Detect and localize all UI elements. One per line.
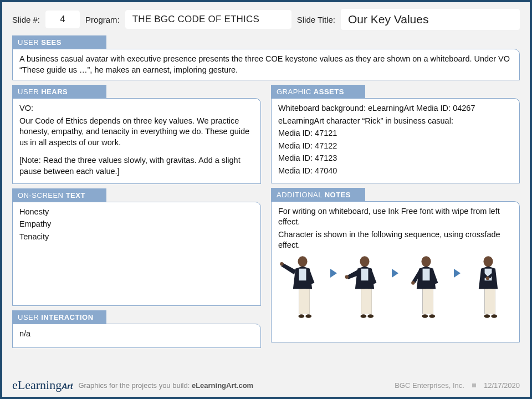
character-pose-4 — [464, 254, 513, 320]
character-pose-2 — [340, 254, 389, 320]
svg-rect-20 — [485, 289, 495, 314]
person-icon — [340, 254, 389, 320]
section-user-hears: USER HEARS VO: Our Code of Ethics depend… — [12, 85, 261, 183]
vo-note: [Note: Read the three values slowly, wit… — [19, 155, 254, 177]
section-graphic-assets: GRAPHIC ASSETS Whiteboard background: eL… — [271, 85, 520, 183]
ga-line-2: Media ID: 47121 — [278, 128, 513, 139]
sequence-arrow-icon — [392, 269, 398, 278]
svg-rect-7 — [361, 268, 368, 280]
svg-point-3 — [280, 262, 283, 265]
user-sees-body: A business casual avatar with executive … — [12, 49, 520, 80]
svg-point-9 — [345, 275, 348, 278]
sequence-arrow-icon — [454, 269, 461, 278]
ui-label-b: INTERACTION — [41, 313, 93, 321]
svg-point-16 — [422, 314, 428, 318]
vo-label: VO: — [19, 103, 254, 114]
character-sequence — [278, 254, 513, 320]
section-onscreen-text: ON-SCREEN TEXT Honesty Empathy Tenacity — [12, 188, 261, 306]
an-label-a: ADDITIONAL — [277, 191, 325, 199]
footer-tagline: Graphics for the projects you build: eLe… — [78, 381, 253, 390]
svg-point-12 — [422, 256, 431, 267]
svg-point-5 — [305, 314, 311, 318]
additional-notes-header: ADDITIONAL NOTES — [271, 188, 365, 202]
svg-point-22 — [484, 314, 490, 318]
user-hears-body: VO: Our Code of Ethics depends on three … — [12, 98, 261, 183]
an-label-b: NOTES — [325, 191, 351, 199]
user-hears-label-a: USER — [18, 88, 41, 96]
svg-point-21 — [486, 276, 489, 279]
ga-line-0: Whiteboard background: eLearningArt Medi… — [278, 103, 513, 114]
sequence-arrow-icon — [330, 269, 337, 278]
user-hears-header: USER HEARS — [12, 85, 106, 99]
footer-company: BGC Enterprises, Inc. — [395, 381, 464, 390]
ost-label-b: TEXT — [66, 191, 85, 200]
ga-label-a: GRAPHIC — [277, 88, 314, 96]
slide-title-label: Slide Title: — [297, 15, 335, 24]
person-icon — [464, 254, 513, 320]
ga-label-b: ASSETS — [314, 88, 344, 96]
logo: eLearningArt — [12, 378, 73, 392]
ga-line-1: eLearningArt character “Rick” in busines… — [278, 116, 513, 127]
slide-num-label: Slide #: — [12, 15, 40, 24]
ost-line-2: Tenacity — [19, 232, 254, 243]
user-hears-label-b: HEARS — [41, 88, 68, 96]
graphic-assets-header: GRAPHIC ASSETS — [271, 85, 365, 99]
user-sees-header: USER SEES — [12, 35, 106, 49]
additional-notes-body: For writing on whiteboard, use Ink Free … — [271, 201, 520, 342]
graphic-assets-body: Whiteboard background: eLearningArt Medi… — [271, 98, 520, 183]
svg-rect-8 — [361, 289, 371, 314]
footer-tag-b: eLearningArt.com — [192, 381, 253, 390]
svg-rect-2 — [299, 289, 310, 314]
onscreen-text-body: Honesty Empathy Tenacity — [12, 202, 261, 306]
user-sees-label-a: USER — [18, 38, 41, 47]
header-row: Slide #: 4 Program: THE BGC CODE OF ETHI… — [12, 9, 520, 30]
ga-line-5: Media ID: 47040 — [278, 166, 513, 177]
footer-separator-icon — [472, 383, 476, 387]
svg-point-23 — [491, 314, 497, 318]
section-additional-notes: ADDITIONAL NOTES For writing on whiteboa… — [271, 188, 520, 348]
ga-line-4: Media ID: 47123 — [278, 153, 513, 164]
col-right: GRAPHIC ASSETS Whiteboard background: eL… — [271, 85, 520, 352]
svg-point-17 — [429, 314, 436, 318]
ui-label-a: USER — [18, 313, 41, 321]
user-sees-label-b: SEES — [41, 38, 62, 47]
slide-title-field[interactable]: Our Key Values — [341, 9, 520, 30]
footer-date: 12/17/2020 — [484, 381, 520, 390]
an-line-1: For writing on whiteboard, use Ink Free … — [278, 206, 513, 228]
section-user-interaction: USER INTERACTION n/a — [12, 310, 261, 348]
svg-point-18 — [483, 256, 493, 267]
footer-right: BGC Enterprises, Inc. 12/17/2020 — [395, 381, 520, 390]
vo-body: Our Code of Ethics depends on three key … — [19, 116, 254, 149]
ost-line-0: Honesty — [19, 207, 254, 218]
footer-tag-a: Graphics for the projects you build: — [78, 381, 192, 390]
section-user-sees: USER SEES A business casual avatar with … — [12, 35, 520, 80]
an-line-2: Character is shown in the following sequ… — [278, 229, 513, 251]
program-label: Program: — [85, 15, 120, 24]
logo-text-a: eLearning — [12, 378, 62, 392]
person-icon — [402, 254, 451, 320]
svg-point-15 — [411, 281, 415, 284]
slide-num-field[interactable]: 4 — [45, 11, 80, 28]
character-pose-1 — [278, 254, 327, 320]
footer: eLearningArt Graphics for the projects y… — [12, 378, 520, 392]
svg-rect-1 — [299, 268, 306, 280]
user-interaction-header: USER INTERACTION — [12, 310, 106, 324]
ost-line-1: Empathy — [19, 219, 254, 230]
svg-point-10 — [360, 314, 366, 318]
user-interaction-body: n/a — [12, 324, 261, 348]
ost-label-a: ON-SCREEN — [18, 191, 66, 200]
col-left: USER HEARS VO: Our Code of Ethics depend… — [12, 85, 261, 352]
svg-rect-13 — [423, 268, 430, 280]
person-icon — [278, 254, 327, 320]
ga-line-3: Media ID: 47122 — [278, 141, 513, 152]
storyboard-page: Slide #: 4 Program: THE BGC CODE OF ETHI… — [0, 0, 532, 399]
onscreen-text-header: ON-SCREEN TEXT — [12, 188, 106, 202]
svg-point-0 — [298, 256, 307, 267]
logo-text-b: Art — [62, 382, 73, 391]
svg-point-11 — [367, 314, 374, 318]
character-pose-3 — [402, 254, 451, 320]
program-field[interactable]: THE BGC CODE OF ETHICS — [125, 10, 291, 29]
two-col-upper: USER HEARS VO: Our Code of Ethics depend… — [12, 85, 520, 352]
svg-point-6 — [360, 256, 369, 267]
svg-point-4 — [298, 314, 304, 318]
